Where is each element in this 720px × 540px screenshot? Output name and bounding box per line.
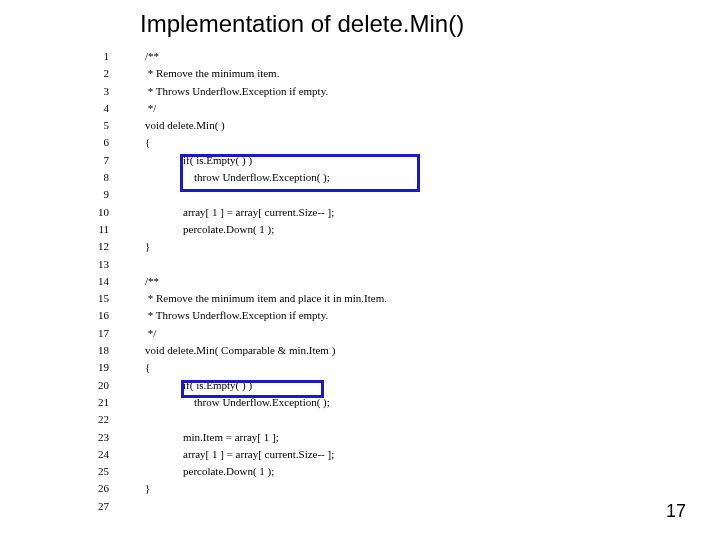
line-number: 19 (85, 361, 109, 373)
line-number: 23 (85, 431, 109, 443)
code-line: 8 throw Underflow.Exception( ); (85, 171, 680, 188)
code-text: * Remove the minimum item and place it i… (145, 292, 387, 304)
code-line: 12} (85, 240, 680, 257)
code-text: array[ 1 ] = array[ current.Size-- ]; (145, 206, 334, 218)
code-line: 7if( is.Empty( ) ) (85, 154, 680, 171)
line-number: 21 (85, 396, 109, 408)
code-text: if( is.Empty( ) ) (145, 379, 252, 391)
line-number: 17 (85, 327, 109, 339)
page-number: 17 (666, 501, 686, 522)
code-line: 10array[ 1 ] = array[ current.Size-- ]; (85, 206, 680, 223)
line-number: 9 (85, 188, 109, 200)
code-line: 16 * Throws Underflow.Exception if empty… (85, 309, 680, 326)
line-number: 20 (85, 379, 109, 391)
code-text: void delete.Min( Comparable & min.Item ) (145, 344, 335, 356)
code-text: percolate.Down( 1 ); (145, 223, 274, 235)
line-number: 5 (85, 119, 109, 131)
code-line: 13 (85, 258, 680, 275)
code-text: void delete.Min( ) (145, 119, 225, 131)
code-line: 26} (85, 482, 680, 499)
line-number: 12 (85, 240, 109, 252)
code-line: 27 (85, 500, 680, 517)
line-number: 4 (85, 102, 109, 114)
code-line: 4 */ (85, 102, 680, 119)
line-number: 26 (85, 482, 109, 494)
code-line: 19{ (85, 361, 680, 378)
line-number: 16 (85, 309, 109, 321)
line-number: 14 (85, 275, 109, 287)
code-text: */ (145, 327, 156, 339)
code-text: * Throws Underflow.Exception if empty. (145, 85, 328, 97)
line-number: 3 (85, 85, 109, 97)
line-number: 15 (85, 292, 109, 304)
code-line: 2 * Remove the minimum item. (85, 67, 680, 84)
code-line: 1/** (85, 50, 680, 67)
code-text: } (145, 240, 150, 252)
code-text: { (145, 361, 150, 373)
code-line: 20if( is.Empty( ) ) (85, 379, 680, 396)
code-text: percolate.Down( 1 ); (145, 465, 274, 477)
line-number: 2 (85, 67, 109, 79)
code-listing: 1/**2 * Remove the minimum item.3 * Thro… (85, 50, 680, 510)
code-line: 11percolate.Down( 1 ); (85, 223, 680, 240)
code-text: if( is.Empty( ) ) (145, 154, 252, 166)
code-text: */ (145, 102, 156, 114)
code-text: /** (145, 275, 159, 287)
line-number: 10 (85, 206, 109, 218)
line-number: 6 (85, 136, 109, 148)
code-text: * Throws Underflow.Exception if empty. (145, 309, 328, 321)
code-text: /** (145, 50, 159, 62)
code-text: throw Underflow.Exception( ); (145, 396, 330, 408)
code-line: 14/** (85, 275, 680, 292)
code-line: 23min.Item = array[ 1 ]; (85, 431, 680, 448)
code-line: 22 (85, 413, 680, 430)
code-line: 15 * Remove the minimum item and place i… (85, 292, 680, 309)
line-number: 13 (85, 258, 109, 270)
code-text: throw Underflow.Exception( ); (145, 171, 330, 183)
code-text: } (145, 482, 150, 494)
line-number: 25 (85, 465, 109, 477)
code-text: array[ 1 ] = array[ current.Size-- ]; (145, 448, 334, 460)
line-number: 24 (85, 448, 109, 460)
line-number: 27 (85, 500, 109, 512)
code-line: 6{ (85, 136, 680, 153)
code-text: min.Item = array[ 1 ]; (145, 431, 279, 443)
code-line: 24array[ 1 ] = array[ current.Size-- ]; (85, 448, 680, 465)
line-number: 11 (85, 223, 109, 235)
line-number: 7 (85, 154, 109, 166)
line-number: 22 (85, 413, 109, 425)
code-line: 9 (85, 188, 680, 205)
code-line: 21 throw Underflow.Exception( ); (85, 396, 680, 413)
code-line: 17 */ (85, 327, 680, 344)
code-line: 3 * Throws Underflow.Exception if empty. (85, 85, 680, 102)
code-line: 18void delete.Min( Comparable & min.Item… (85, 344, 680, 361)
slide-title: Implementation of delete.Min() (140, 10, 464, 38)
code-text: { (145, 136, 150, 148)
code-line: 5void delete.Min( ) (85, 119, 680, 136)
line-number: 8 (85, 171, 109, 183)
code-line: 25percolate.Down( 1 ); (85, 465, 680, 482)
line-number: 18 (85, 344, 109, 356)
code-text: * Remove the minimum item. (145, 67, 279, 79)
line-number: 1 (85, 50, 109, 62)
